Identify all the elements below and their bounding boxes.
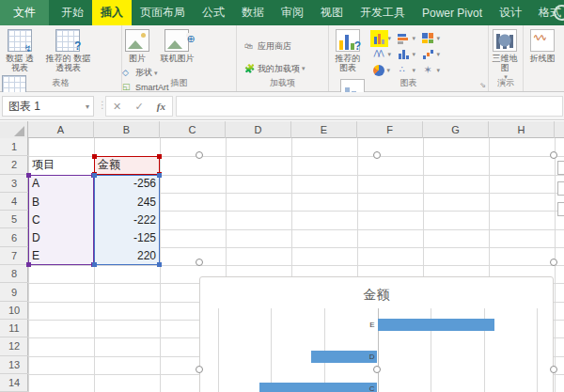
tab-插入[interactable]: 插入 (92, 0, 132, 25)
chart-side-button[interactable] (557, 161, 564, 175)
cell-item-row7[interactable]: E (28, 247, 94, 265)
row-header-14[interactable]: 14 (0, 374, 28, 392)
insert-bar-chart-dropdown-icon[interactable]: ▾ (412, 35, 415, 42)
insert-waterfall-chart-dropdown-icon[interactable]: ▾ (436, 51, 440, 58)
insert-pie-chart-button[interactable]: ▾ (373, 62, 398, 78)
tab-视图[interactable]: 视图 (312, 0, 352, 25)
chart-selection-handle[interactable] (373, 366, 381, 373)
insert-hierarchy-chart-button[interactable]: ▾ (422, 30, 446, 46)
insert-column-or-bar-chart-button[interactable]: ▾ (373, 30, 398, 46)
row-header-2[interactable]: 2 (0, 156, 28, 174)
column-header-H[interactable]: H (489, 121, 555, 138)
cell-b2[interactable]: 金额 (94, 156, 160, 174)
chart-bar-E[interactable] (378, 319, 494, 331)
insert-surface-or-radar-chart-button[interactable]: ▾ (422, 62, 446, 78)
tab-开始[interactable]: 开始 (53, 0, 92, 25)
recommended-pivottables-button[interactable]: 推荐的 数据透视表 (43, 28, 92, 74)
tab-power-pivot[interactable]: Power Pivot (414, 0, 491, 25)
chart-selection-handle[interactable] (550, 259, 557, 266)
column-header-A[interactable]: A (28, 121, 94, 138)
insert-function-icon[interactable]: fx (157, 101, 165, 112)
chart-selection-handle[interactable] (196, 151, 203, 159)
column-header-E[interactable]: E (291, 121, 357, 138)
cell-a2[interactable]: 项目 (28, 156, 94, 174)
insert-line-or-area-chart-button[interactable]: ▾ (373, 46, 398, 62)
row-header-11[interactable]: 11 (0, 320, 28, 337)
my-addins-button[interactable]: 🧩 我的加载项▾ (244, 60, 306, 77)
recommended-charts-button[interactable]: 推荐的 图表 (329, 28, 367, 74)
name-box[interactable]: 图表 1 ▾ (2, 96, 94, 117)
my-addins-label: 我的加载项 (258, 63, 300, 75)
chart-selection-handle[interactable] (196, 259, 203, 266)
chart-selection-handle[interactable] (196, 366, 203, 373)
ribbon-group-tours: 三维地 图 ▾ 演示 (489, 25, 524, 91)
tab-公式[interactable]: 公式 (194, 0, 233, 25)
column-header-C[interactable]: C (160, 121, 226, 138)
ribbon-tab-bar: 文件开始插入页面布局公式数据审阅视图开发工具Power Pivot设计格式 (0, 0, 564, 25)
cell-amount-row4[interactable]: 245 (94, 193, 160, 211)
chart-selection-handle[interactable] (550, 366, 557, 373)
cell-item-row4[interactable]: B (28, 193, 94, 211)
cell-amount-row5[interactable]: -222 (94, 211, 160, 228)
row-header-3[interactable]: 3 (0, 175, 28, 193)
worksheet[interactable]: 项目金额A-256B245C-222D-125E220 ABCDEFGH 123… (0, 121, 564, 392)
chart-gridline (537, 308, 538, 392)
cell-amount-row3[interactable]: -256 (94, 175, 160, 193)
column-header-G[interactable]: G (423, 121, 489, 138)
row-header-7[interactable]: 7 (0, 247, 28, 265)
cell-amount-row6[interactable]: -125 (94, 229, 160, 247)
cancel-icon[interactable]: ✕ (113, 101, 121, 113)
online-pictures-button[interactable]: 联机图片 (156, 28, 197, 64)
chart-side-button[interactable] (557, 202, 564, 216)
tab-开发工具[interactable]: 开发工具 (352, 0, 414, 25)
cell-amount-row7[interactable]: 220 (94, 247, 160, 265)
insert-column-or-bar-chart-dropdown-icon[interactable]: ▾ (387, 35, 391, 42)
line-sparkline-icon (530, 29, 555, 52)
row-header-9[interactable]: 9 (0, 283, 28, 301)
insert-statistic-chart-button[interactable]: ▾ (398, 46, 422, 62)
insert-bar-chart-button[interactable]: ▾ (398, 30, 422, 46)
cell-item-row3[interactable]: A (28, 175, 94, 193)
row-header-12[interactable]: 12 (0, 337, 28, 355)
column-header-B[interactable]: B (94, 121, 160, 138)
tab-设计[interactable]: 设计 (491, 0, 530, 25)
row-header-1[interactable]: 1 (0, 138, 28, 156)
insert-hierarchy-chart-dropdown-icon[interactable]: ▾ (436, 35, 440, 42)
insert-statistic-chart-dropdown-icon[interactable]: ▾ (412, 51, 415, 58)
cell-item-row5[interactable]: C (28, 211, 94, 228)
line-sparkline-button[interactable]: 折线图 (524, 28, 561, 64)
column-header-D[interactable]: D (226, 121, 291, 138)
column-header-F[interactable]: F (357, 121, 423, 138)
row-header-8[interactable]: 8 (0, 265, 28, 283)
insert-line-or-area-chart-dropdown-icon[interactable]: ▾ (387, 51, 391, 58)
insert-scatter-chart-dropdown-icon[interactable]: ▾ (412, 67, 415, 74)
pivottable-button[interactable]: 数据 透视表 (0, 28, 39, 74)
formula-input[interactable] (176, 96, 563, 117)
chart-selection-handle[interactable] (550, 151, 557, 159)
tab-页面布局[interactable]: 页面布局 (132, 0, 194, 25)
tab-数据[interactable]: 数据 (233, 0, 273, 25)
row-header-10[interactable]: 10 (0, 302, 28, 320)
insert-pie-chart-dropdown-icon[interactable]: ▾ (386, 67, 390, 74)
insert-waterfall-chart-button[interactable]: ▾ (422, 46, 446, 62)
chart-title[interactable]: 金额 (200, 287, 553, 304)
enter-icon[interactable]: ✓ (134, 101, 143, 113)
chart-selection-handle[interactable] (373, 151, 381, 159)
chart-side-button[interactable] (557, 181, 564, 196)
pictures-button[interactable]: 图片 (122, 28, 152, 64)
row-header-5[interactable]: 5 (0, 211, 28, 228)
map3d-button[interactable]: 三维地 图 ▾ (489, 28, 521, 82)
insert-scatter-chart-button[interactable]: ▾ (398, 62, 422, 78)
tab-文件[interactable]: 文件 (0, 0, 49, 25)
store-button[interactable]: 🛍 应用商店 (244, 38, 306, 55)
tellme-icon[interactable] (554, 5, 564, 21)
row-header-13[interactable]: 13 (0, 356, 28, 374)
cell-item-row6[interactable]: D (28, 229, 94, 247)
select-all-corner[interactable] (0, 121, 28, 138)
row-header-6[interactable]: 6 (0, 229, 28, 247)
row-header-4[interactable]: 4 (0, 193, 28, 211)
tab-审阅[interactable]: 审阅 (273, 0, 312, 25)
name-box-dropdown-icon[interactable]: ▾ (86, 102, 89, 111)
insert-surface-or-radar-chart-dropdown-icon[interactable]: ▾ (436, 67, 440, 74)
embedded-bar-chart[interactable]: 金额 -300-200-1000100200300ABCDE (199, 276, 554, 392)
